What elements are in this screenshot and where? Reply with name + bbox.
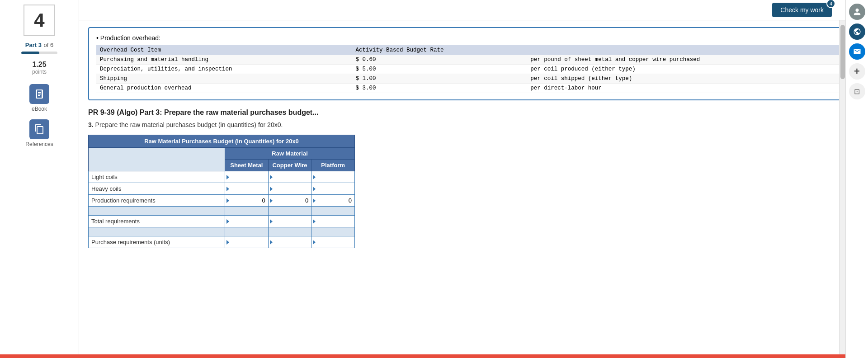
budget-input-field[interactable] (314, 185, 352, 192)
budget-data-row (89, 207, 355, 216)
overhead-rate: $ 0.60 (352, 55, 527, 65)
input-wrapper (228, 217, 265, 225)
budget-input-cell[interactable] (311, 171, 355, 183)
ebook-label: eBook (32, 106, 47, 112)
budget-input-field[interactable] (271, 185, 309, 192)
input-wrapper (228, 197, 265, 204)
input-wrapper (228, 173, 265, 181)
user-avatar-icon[interactable] (849, 4, 865, 20)
budget-data-row: Production requirements (89, 195, 355, 207)
budget-input-cell[interactable] (311, 183, 355, 195)
overhead-row: Shipping $ 1.00 per coil shipped (either… (96, 74, 851, 84)
input-triangle-indicator (270, 198, 273, 203)
input-triangle-indicator (226, 198, 229, 203)
input-triangle-indicator (313, 187, 316, 191)
points-value: 1.25 (32, 61, 47, 69)
input-wrapper (314, 185, 352, 193)
input-wrapper (314, 197, 352, 204)
budget-input-cell[interactable] (268, 216, 311, 227)
scrollbar[interactable] (839, 0, 845, 358)
budget-table-container: Raw Material Purchases Budget (in Quanti… (88, 135, 355, 248)
budget-row-label: Production requirements (89, 195, 225, 207)
overhead-rate: $ 3.00 (352, 84, 527, 93)
budget-col-header: Copper Wire (268, 160, 311, 171)
budget-input-field[interactable] (314, 197, 352, 204)
budget-input-field[interactable] (228, 218, 265, 225)
sidebar-item-ebook[interactable]: eBook (29, 84, 49, 112)
input-wrapper (228, 185, 265, 193)
check-my-work-button[interactable]: Check my work 4 (772, 3, 832, 17)
check-my-work-label: Check my work (780, 6, 824, 14)
budget-input-field[interactable] (228, 185, 265, 192)
resize-icon[interactable]: ⊡ (849, 83, 865, 99)
input-triangle-indicator (270, 175, 273, 179)
budget-input-field[interactable] (228, 197, 265, 204)
budget-row-label: Purchase requirements (units) (89, 236, 225, 248)
budget-input-cell[interactable] (268, 171, 311, 183)
budget-input-cell[interactable] (311, 216, 355, 227)
input-wrapper (271, 185, 309, 193)
problem-instruction: 3. Prepare the raw material purchases bu… (88, 121, 859, 128)
budget-input-cell[interactable] (225, 171, 269, 183)
budget-input-cell[interactable] (225, 195, 269, 207)
overhead-row: Purchasing and material handling $ 0.60 … (96, 55, 851, 65)
spacer-input-cell (225, 207, 269, 216)
budget-table-title: Raw Material Purchases Budget (in Quanti… (89, 135, 355, 148)
top-bar: Check my work 4 (79, 0, 868, 20)
budget-row-label: Total requirements (89, 216, 225, 227)
overhead-row: Depreciation, utilities, and inspection … (96, 65, 851, 74)
sidebar-item-references[interactable]: References (25, 119, 53, 147)
budget-row-label: Heavy coils (89, 183, 225, 195)
input-triangle-indicator (226, 240, 229, 245)
budget-input-cell[interactable] (268, 183, 311, 195)
budget-input-cell[interactable] (268, 236, 311, 248)
overhead-row: General production overhead $ 3.00 per d… (96, 84, 851, 93)
instruction-number: 3. (88, 121, 94, 128)
input-triangle-indicator (313, 219, 316, 224)
budget-input-cell[interactable] (225, 216, 269, 227)
budget-input-field[interactable] (314, 174, 352, 180)
instruction-text: Prepare the raw material purchases budge… (95, 121, 283, 128)
budget-input-field[interactable] (271, 174, 309, 180)
budget-input-cell[interactable] (311, 195, 355, 207)
budget-input-field[interactable] (271, 197, 309, 204)
budget-input-cell[interactable] (225, 183, 269, 195)
budget-input-cell[interactable] (268, 195, 311, 207)
input-triangle-indicator (226, 187, 229, 191)
scrollbar-thumb[interactable] (840, 25, 845, 79)
overhead-desc: per coil shipped (either type) (527, 74, 851, 84)
budget-input-field[interactable] (228, 239, 265, 245)
budget-col-header: Platform (311, 160, 355, 171)
input-triangle-indicator (226, 175, 229, 179)
budget-input-field[interactable] (271, 239, 309, 245)
globe-icon[interactable] (849, 24, 865, 40)
right-icons-panel: + ⊡ (845, 0, 868, 358)
budget-data-row: Purchase requirements (units) (89, 236, 355, 248)
overhead-item: Shipping (96, 74, 352, 84)
sidebar: 4 Part 3 of 6 1.25 points eBook Referenc… (0, 0, 79, 358)
add-icon[interactable]: + (849, 63, 865, 80)
spacer-input-cell (311, 227, 355, 236)
part-label: Part 3 (25, 42, 42, 48)
budget-data-row (89, 227, 355, 236)
overhead-desc: per coil produced (either type) (527, 65, 851, 74)
of-label: of 6 (43, 42, 53, 48)
budget-input-field[interactable] (228, 174, 265, 180)
spacer-input-cell (268, 207, 311, 216)
budget-col-header: Sheet Metal (225, 160, 269, 171)
outlook-icon[interactable] (849, 43, 865, 60)
budget-input-field[interactable] (314, 218, 352, 225)
ebook-icon-box (29, 84, 49, 104)
content-area: • Production overhead: Overhead Cost Ite… (88, 27, 859, 248)
input-triangle-indicator (226, 219, 229, 224)
notification-badge: 4 (826, 0, 835, 8)
overhead-bullet: • Production overhead: (96, 34, 851, 42)
budget-input-field[interactable] (271, 218, 309, 225)
input-wrapper (271, 197, 309, 204)
overhead-rate: $ 1.00 (352, 74, 527, 84)
overhead-col-header-item: Overhead Cost Item (96, 45, 352, 55)
progress-bar-fill (21, 52, 39, 54)
budget-input-cell[interactable] (311, 236, 355, 248)
budget-input-field[interactable] (314, 239, 352, 245)
budget-input-cell[interactable] (225, 236, 269, 248)
